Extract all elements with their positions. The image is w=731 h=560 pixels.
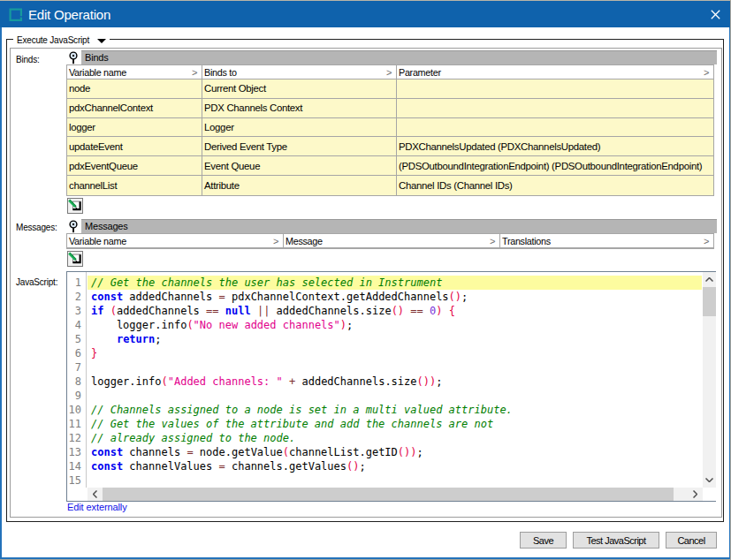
table-row[interactable]: pdxChannelContextPDX Channels Context [67,99,713,118]
sort-chevron-icon: > [273,236,278,246]
messages-group-header[interactable]: Messages [81,219,717,233]
line-number: 3 [67,304,86,318]
code-line[interactable]: const channels = node.getValue(channelLi… [88,445,702,459]
table-cell[interactable]: (PDSOutboundIntegrationEndpoint) (PDSOut… [397,156,713,176]
dropdown-arrow-icon [97,39,106,43]
editor-code-area[interactable]: // Get the channels the user has selecte… [88,272,702,488]
table-cell[interactable]: pdxEventQueue [67,156,202,176]
sort-chevron-icon: > [490,236,495,246]
binds-group-title: Binds [81,52,109,63]
code-line[interactable]: return; [88,332,702,346]
code-line[interactable]: if (addedChannels == null || addedChanne… [88,304,702,318]
edit-operation-dialog: Edit Operation Execute JavaScript Binds:… [0,0,731,560]
table-cell[interactable]: Current Object [202,79,397,99]
code-line[interactable]: } [88,346,702,360]
table-row[interactable]: updateEventDerived Event TypePDXChannels… [67,137,713,156]
operation-type-dropdown[interactable]: Execute JavaScript [13,34,110,46]
column-header[interactable]: Binds to> [202,65,397,79]
save-button[interactable]: Save [520,532,567,549]
table-cell[interactable] [397,79,713,99]
title-bar[interactable]: Edit Operation [0,1,731,27]
column-header[interactable]: Variable name> [67,234,284,248]
table-cell[interactable]: node [67,79,202,99]
table-cell[interactable]: Event Queue [202,156,397,176]
code-line[interactable] [88,473,702,488]
edit-cell-icon [68,252,82,266]
table-row[interactable]: channelListAttributeChannel IDs (Channel… [67,176,713,195]
code-line[interactable]: // already assigned to the node. [88,431,702,445]
binds-edit-button[interactable] [67,198,83,214]
table-cell[interactable]: pdxChannelContext [67,99,202,118]
line-number: 12 [67,431,86,445]
line-number: 7 [67,360,86,375]
javascript-editor[interactable]: 123456789101112131415 // Get the channel… [66,271,716,502]
scroll-up-icon[interactable] [703,273,717,286]
column-header-label: Translations [502,236,551,246]
operation-type-label: Execute JavaScript [17,35,89,45]
scroll-right-icon[interactable] [689,488,702,501]
line-number: 4 [67,318,86,332]
editor-line-numbers: 123456789101112131415 [67,272,87,488]
sort-chevron-icon: > [704,236,709,246]
table-cell[interactable]: Derived Event Type [202,137,397,156]
messages-group-title: Messages [81,221,128,231]
table-cell[interactable]: channelList [67,176,202,195]
cancel-button[interactable]: Cancel [666,532,717,549]
vertical-scroll-thumb[interactable] [703,287,717,317]
close-icon [711,10,720,19]
code-line[interactable]: // Get the channels the user has selecte… [88,276,702,290]
editor-vertical-scrollbar[interactable] [703,272,717,488]
table-cell[interactable]: logger [67,118,202,138]
edit-cell-icon [68,199,82,213]
horizontal-scroll-thumb[interactable] [103,488,674,501]
binds-table[interactable]: Variable name>Binds to>Parameter>nodeCur… [66,64,714,196]
table-cell[interactable]: Attribute [202,176,397,195]
code-line[interactable]: const addedChannels = pdxChannelContext.… [88,290,702,304]
line-number: 14 [67,459,86,473]
table-row[interactable]: loggerLogger [67,118,713,138]
messages-label: Messages: [16,223,57,232]
line-number: 5 [67,332,86,346]
close-button[interactable] [702,1,729,27]
scroll-down-icon[interactable] [703,473,717,487]
code-line[interactable]: logger.info("No new added channels"); [88,318,702,332]
column-header[interactable]: Variable name> [67,65,202,79]
table-cell[interactable]: PDXChannelsUpdated (PDXChannelsUpdated) [397,137,713,156]
table-cell[interactable]: Channel IDs (Channel IDs) [397,176,713,195]
code-line[interactable]: // Channels assigned to a node is set in… [88,403,702,417]
table-row[interactable]: pdxEventQueueEvent Queue(PDSOutboundInte… [67,156,713,176]
column-header[interactable]: Message> [284,234,500,248]
line-number: 10 [67,403,86,417]
code-line[interactable] [88,360,702,375]
column-header-label: Message [286,236,323,246]
table-cell[interactable]: PDX Channels Context [202,99,397,118]
messages-edit-button[interactable] [67,251,83,267]
scroll-left-icon[interactable] [88,488,102,501]
column-header[interactable]: Translations> [500,234,713,248]
column-header-label: Variable name [69,236,126,246]
window-border-left [0,27,2,558]
table-cell[interactable]: Logger [202,118,397,138]
binds-label: Binds: [16,55,40,64]
table-cell[interactable] [397,118,713,138]
line-number: 11 [67,417,86,431]
messages-table[interactable]: Variable name>Message>Translations> [66,233,714,249]
column-header-label: Variable name [69,67,126,78]
code-line[interactable]: const channelValues = channels.getValues… [88,459,702,473]
test-javascript-button[interactable]: Test JavaScript [573,532,659,549]
binds-group-header[interactable]: Binds [81,50,717,64]
table-row[interactable]: nodeCurrent Object [67,79,713,99]
scrollbar-corner [703,488,717,501]
code-line[interactable]: logger.info("Added channels: " + addedCh… [88,375,702,389]
line-number: 6 [67,346,86,360]
window-border-top [0,0,731,1]
table-cell[interactable] [397,99,713,118]
code-line[interactable]: // Get the values of the attribute and a… [88,417,702,431]
code-line[interactable] [88,389,702,403]
edit-externally-link[interactable]: Edit externally [67,502,127,512]
line-number: 13 [67,445,86,459]
column-header[interactable]: Parameter> [397,65,713,79]
dialog-title: Edit Operation [28,1,110,27]
editor-horizontal-scrollbar[interactable] [88,488,703,501]
table-cell[interactable]: updateEvent [67,137,202,156]
